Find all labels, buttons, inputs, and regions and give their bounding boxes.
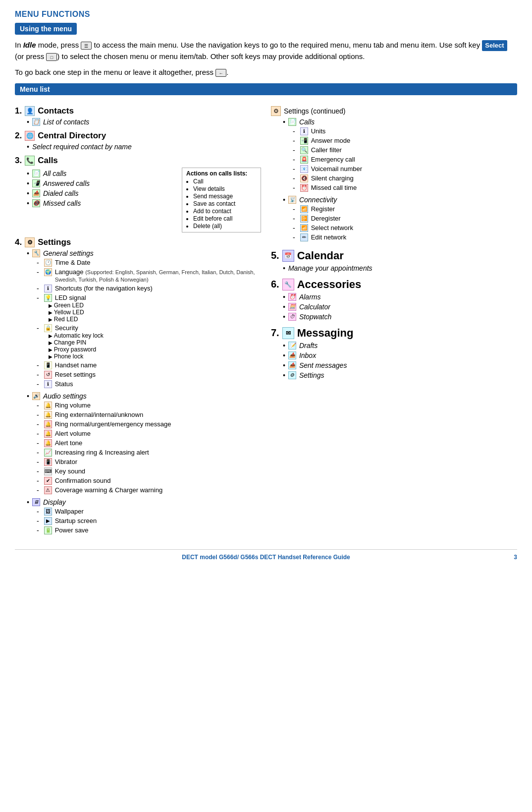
menu-two-col: 1. 👤 Contacts • 📋 List of contacts 2. 🌐 …: [15, 101, 517, 534]
bullet-display: •: [27, 498, 29, 506]
action-send-message: Send message: [193, 193, 257, 200]
msg-settings-label: Settings: [299, 371, 324, 379]
calls-num: 3.: [15, 156, 22, 166]
proxy-password-item: Proxy password: [49, 346, 261, 353]
intro-text-2: mode, press: [36, 41, 81, 49]
bullet-alarms: •: [283, 293, 285, 301]
wallpaper-icon: 🖼: [44, 508, 52, 516]
dash-time-date: -: [37, 259, 39, 267]
coverage-warning-item: - ⚠ Coverage warning & Charger warning: [37, 486, 261, 494]
action-add-to-contact: Add to contact: [193, 208, 257, 215]
led-sub-list: Green LED Yellow LED Red LED: [49, 302, 261, 323]
bullet-audio-settings: •: [27, 392, 29, 400]
intro-text-3: to access the main menu. Use the navigat…: [92, 41, 482, 49]
security-sub-list: Automatic key lock Change PIN Proxy pass…: [49, 332, 261, 360]
contacts-icon: 👤: [25, 106, 35, 116]
time-date-label: Time & Date: [55, 259, 91, 266]
coverage-warning-icon: ⚠: [44, 486, 52, 494]
sent-messages-label: Sent messages: [299, 361, 347, 369]
bullet-stopwatch: •: [283, 313, 285, 321]
menu-item-settings: 4. ⚙ Settings: [15, 237, 261, 247]
security-label: Security: [55, 324, 78, 332]
dash-emergency-call: -: [293, 156, 295, 164]
select-network-label: Select network: [311, 224, 353, 232]
reset-settings-icon: ↺: [44, 371, 52, 379]
green-led-item: Green LED: [49, 302, 261, 309]
dash-ring-ext: -: [37, 411, 39, 419]
dash-register: -: [293, 205, 295, 213]
bullet-drafts: •: [283, 342, 285, 349]
menu-key-icon: ☰: [81, 42, 92, 50]
display-sub: • 🖥 Display: [27, 498, 261, 506]
edit-network-icon: ✏: [300, 233, 308, 241]
bullet-missed-calls: •: [27, 199, 29, 207]
answered-calls-sub: • 📲 Answered calls: [27, 179, 172, 187]
ring-volume-label: Ring volume: [55, 402, 91, 409]
bullet-calls-settings: •: [283, 118, 285, 126]
dash-language: -: [37, 268, 39, 276]
edit-network-item: - ✏ Edit network: [293, 233, 517, 241]
footer-text: DECT model G566d/ G566s DECT Handset Ref…: [182, 554, 350, 561]
select-contact-label: Select required contact by name: [32, 143, 132, 151]
messaging-num: 7.: [271, 327, 279, 339]
key-sound-icon: ⌨: [44, 467, 52, 475]
led-signal-item: - 💡 LED signal: [37, 294, 261, 302]
increasing-ring-item: - 📈 Increasing ring & Increasing alert: [37, 449, 261, 457]
settings-continued-header: ⚙ Settings (continued): [271, 106, 517, 116]
dash-shortcuts: -: [37, 285, 39, 292]
select-network-item: - 📶 Select network: [293, 224, 517, 232]
bullet-dialed-calls: •: [27, 189, 29, 197]
actions-box: Actions on calls lists: Call View detail…: [182, 168, 261, 232]
bullet-all-calls: •: [27, 170, 29, 177]
dash-alert-tone: -: [37, 439, 39, 447]
led-signal-icon: 💡: [44, 294, 52, 302]
calendar-icon: 📅: [282, 250, 294, 262]
register-icon: 📶: [300, 205, 308, 213]
emergency-call-label: Emergency call: [311, 156, 355, 163]
calls-settings-sub: • 📄 Calls: [283, 118, 517, 126]
intro-text-7: .: [226, 68, 228, 76]
deregister-icon: 📴: [300, 215, 308, 223]
general-settings-label: General settings: [43, 249, 94, 257]
power-save-item: - 🔋 Power save: [37, 526, 261, 534]
ring-ext-label: Ring external/internal/unknown: [55, 411, 144, 418]
alarms-sub: • ⏰ Alarms: [283, 293, 517, 301]
drafts-sub: • 📝 Drafts: [283, 342, 517, 349]
alarms-label: Alarms: [299, 293, 321, 301]
ring-normal-label: Ring normal/urgent/emergency message: [55, 420, 171, 428]
calls-settings-icon: 📄: [288, 118, 296, 126]
voicemail-icon: 📧: [300, 165, 308, 173]
messaging-label: Messaging: [297, 327, 354, 340]
shortcuts-item: - ℹ Shortcuts (for the navigation keys): [37, 285, 261, 292]
calendar-num: 5.: [271, 250, 279, 261]
dash-wallpaper: -: [37, 508, 39, 516]
settings-label: Settings: [38, 237, 71, 247]
alarms-icon: ⏰: [288, 293, 296, 301]
stopwatch-sub: • ⏱ Stopwatch: [283, 313, 517, 321]
security-item: - 🔒 Security: [37, 324, 261, 332]
calls-sub-list: • 📄 All calls • 📲 Answered calls • 📤 Dia…: [15, 168, 172, 207]
dash-reset-settings: -: [37, 371, 39, 379]
bullet-calculator: •: [283, 303, 285, 311]
wallpaper-item: - 🖼 Wallpaper: [37, 508, 261, 516]
menu-right-column: ⚙ Settings (continued) • 📄 Calls - ℹ Uni…: [271, 101, 517, 534]
increasing-ring-label: Increasing ring & Increasing alert: [55, 449, 149, 456]
coverage-warning-label: Coverage warning & Charger warning: [55, 486, 163, 494]
using-menu-header: Using the menu: [15, 23, 77, 35]
wallpaper-label: Wallpaper: [55, 508, 84, 515]
silent-charging-item: - 🔇 Silent charging: [293, 174, 517, 182]
reset-settings-item: - ↺ Reset settings: [37, 371, 261, 379]
calculator-label: Calculator: [299, 303, 330, 311]
dash-ring-volume: -: [37, 402, 39, 409]
silent-charging-icon: 🔇: [300, 174, 308, 182]
vibrator-item: - 📳 Vibrator: [37, 458, 261, 466]
ring-normal-item: - 🔔 Ring normal/urgent/emergency message: [37, 420, 261, 428]
menu-left-column: 1. 👤 Contacts • 📋 List of contacts 2. 🌐 …: [15, 101, 261, 534]
intro-text-4: (or press: [15, 52, 46, 60]
action-view-details: View details: [193, 185, 257, 192]
settings-cont-icon: ⚙: [271, 106, 281, 116]
dash-edit-network: -: [293, 233, 295, 241]
manage-appointments-label: Manage your appointments: [288, 264, 372, 272]
dash-units: -: [293, 127, 295, 135]
bullet-contacts: •: [27, 118, 29, 126]
